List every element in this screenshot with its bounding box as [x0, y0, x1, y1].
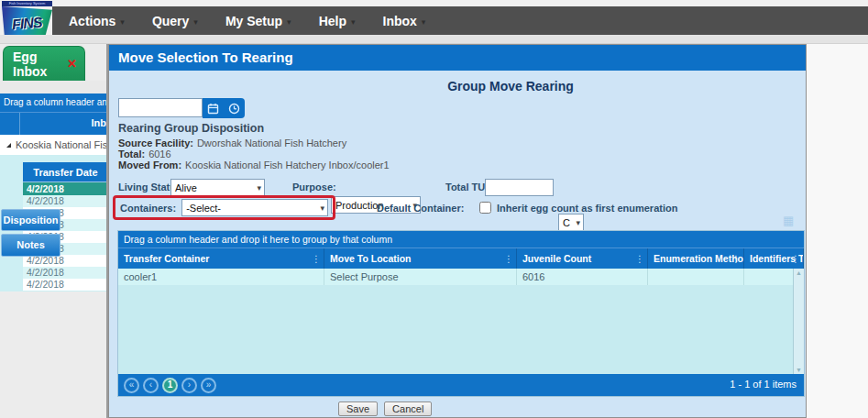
page-title: Group Move Rearing: [162, 79, 859, 94]
main-menu-bar: Actions ▾ Query ▾ My Setup ▾ Help ▾ Inbo…: [52, 6, 868, 35]
menu-my-setup[interactable]: My Setup ▾: [225, 14, 291, 28]
expand-icon[interactable]: [6, 143, 11, 148]
transfer-date-row-selected[interactable]: 4/2/2018: [23, 182, 108, 195]
chevron-down-icon: ▾: [193, 17, 198, 27]
menu-actions[interactable]: Actions ▾: [69, 14, 125, 28]
default-container-label: Default Container:: [377, 203, 464, 214]
logo-banner: Fish Inventory System: [2, 1, 52, 6]
chevron-down-icon: ▾: [351, 17, 356, 27]
date-input[interactable]: [118, 98, 203, 117]
inherit-egg-count-label: Inherit egg count as first enumeration: [497, 203, 677, 214]
column-header-move-to-location[interactable]: Move To Location ⋮: [324, 248, 517, 269]
chevron-down-icon: ▾: [257, 183, 261, 192]
cell-move-to-location: Select Purpose: [324, 269, 517, 285]
column-menu-icon[interactable]: ⋮: [635, 254, 644, 264]
cell-transfer-container: cooler1: [118, 269, 324, 285]
chevron-down-icon: ▾: [422, 17, 426, 27]
menu-inbox[interactable]: Inbox ▾: [383, 14, 426, 28]
cell-juvenile-count: 6016: [517, 269, 648, 285]
scroll-down-icon[interactable]: ▼: [794, 367, 804, 373]
menu-query[interactable]: Query ▾: [152, 14, 198, 28]
containers-select[interactable]: -Select- ▾: [181, 199, 328, 216]
side-tab-disposition[interactable]: Disposition: [1, 209, 60, 231]
group-drop-zone[interactable]: Drag a column header and dr: [0, 94, 108, 112]
transfer-date-row[interactable]: 4/2/2018: [23, 195, 108, 207]
pager-summary: 1 - 1 of 1 items: [730, 379, 797, 390]
side-tab-notes[interactable]: Notes: [1, 234, 60, 257]
column-header-enumeration-method[interactable]: Enumeration Method ⋮: [648, 248, 744, 269]
tree-item-kooskia[interactable]: Kooskia National Fish H: [0, 135, 108, 155]
column-menu-icon[interactable]: ⋮: [731, 254, 741, 264]
column-menu-icon[interactable]: ⋮: [312, 254, 321, 264]
egg-inbox-panel: Drag a column header and dr Inb Kooskia …: [0, 81, 108, 292]
containers-label: Containers:: [120, 203, 176, 214]
moved-from-line: Moved From:Kooskia National Fish Hatcher…: [118, 160, 390, 170]
total-tu-input[interactable]: [485, 179, 554, 196]
tab-egg-inbox[interactable]: Egg Inbox ✕: [3, 46, 85, 81]
pager-page-1-button[interactable]: 1: [162, 378, 178, 393]
pager-last-button[interactable]: »: [201, 378, 216, 393]
form-row-1: Living Status: Alive ▾ Purpose: Producti…: [109, 178, 806, 196]
clock-icon[interactable]: [228, 103, 240, 115]
right-side-area: [807, 44, 868, 418]
column-header-transfer-container[interactable]: Transfer Container ⋮: [118, 248, 324, 269]
grid-body: cooler1 Select Purpose 6016 ▲ ▼: [118, 269, 804, 374]
containers-highlight-box: Containers: -Select- ▾: [113, 195, 335, 220]
column-header-identifiers-to-apply[interactable]: Identifiers To Apply ⋮: [744, 248, 804, 269]
section-heading: Rearing Group Disposition: [118, 122, 264, 135]
total-line: Total:6016: [118, 148, 171, 160]
cell-enumeration-method: [648, 269, 744, 285]
group-drop-zone[interactable]: Drag a column header and drop it here to…: [118, 231, 804, 248]
dialog-title-bar: Move Selection To Rearing: [109, 45, 806, 71]
move-selection-dialog: Move Selection To Rearing Group Move Rea…: [108, 44, 807, 418]
table-row[interactable]: cooler1 Select Purpose 6016: [118, 269, 804, 285]
inherit-egg-count-checkbox[interactable]: [479, 202, 491, 214]
expander-column-header: [0, 113, 20, 135]
pager-prev-button[interactable]: ‹: [143, 378, 159, 393]
transfer-date-row[interactable]: 4/2/2018: [23, 279, 108, 291]
close-icon[interactable]: ✕: [67, 57, 77, 71]
purpose-label: Purpose:: [292, 182, 336, 192]
pager-first-button[interactable]: «: [124, 378, 139, 393]
chevron-down-icon: ▾: [287, 17, 291, 27]
living-status-select[interactable]: Alive ▾: [170, 179, 265, 196]
form-row-2: Containers: -Select- ▾ Default Container…: [109, 195, 806, 220]
cancel-button[interactable]: Cancel: [384, 402, 432, 416]
total-tu-label: Total TU:: [445, 182, 489, 192]
dialog-buttons: Save Cancel: [338, 402, 432, 416]
toolbar-strip: [0, 35, 868, 44]
picker-buttons: [203, 98, 245, 118]
source-facility-line: Source Facility:Dworshak National Fish H…: [118, 138, 346, 148]
scroll-up-icon[interactable]: ▲: [794, 270, 804, 276]
inbox-column-header[interactable]: Inb: [20, 113, 108, 135]
date-time-picker: [118, 98, 245, 118]
grid-settings-icon[interactable]: ▦: [783, 214, 794, 226]
column-header-transfer-date[interactable]: Transfer Date: [23, 162, 108, 182]
grid-header-row: Transfer Container ⋮ Move To Location ⋮ …: [118, 248, 804, 269]
save-button[interactable]: Save: [338, 402, 378, 416]
column-header-juvenile-count[interactable]: Juvenile Count ⋮: [517, 248, 648, 269]
logo-text: FINS: [12, 14, 43, 33]
chevron-down-icon: ▾: [321, 204, 325, 213]
transfer-date-row[interactable]: 4/2/2018: [23, 267, 108, 279]
grid-pager: « ‹ 1 › » 1 - 1 of 1 items: [118, 374, 804, 396]
column-menu-icon[interactable]: ⋮: [504, 254, 513, 264]
menu-help[interactable]: Help ▾: [319, 14, 356, 28]
column-menu-icon[interactable]: ⋮: [791, 254, 800, 264]
pager-next-button[interactable]: ›: [181, 378, 197, 393]
app-window: Fish Inventory System FINS Actions ▾ Que…: [0, 0, 868, 418]
grid-scrollbar[interactable]: ▲ ▼: [793, 269, 804, 374]
chevron-down-icon: ▾: [120, 17, 125, 27]
inbox-grid-header[interactable]: Inb: [0, 112, 108, 135]
top-bar: Fish Inventory System FINS Actions ▾ Que…: [0, 0, 868, 44]
calendar-icon[interactable]: [207, 103, 219, 115]
rearing-grid: Drag a column header and drop it here to…: [117, 230, 805, 397]
